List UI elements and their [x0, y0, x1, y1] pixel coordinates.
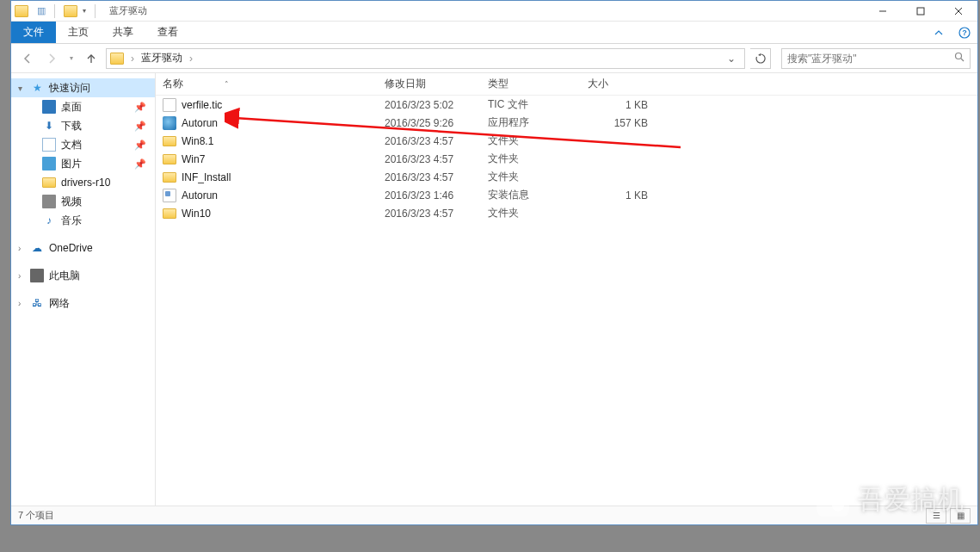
folder-icon	[110, 53, 124, 65]
help-button[interactable]: ?	[952, 22, 977, 43]
file-type: 文件夹	[488, 152, 588, 166]
sidebar-item-pictures[interactable]: 图片 📌	[11, 154, 155, 173]
breadcrumb-dropdown[interactable]: ⌄	[722, 53, 741, 65]
column-headers: 名称 ˄ 修改日期 类型 大小	[156, 73, 977, 96]
tab-home[interactable]: 主页	[56, 22, 101, 43]
sidebar-item-quick-access[interactable]: ▾ ★ 快速访问	[11, 78, 155, 97]
cloud-icon: ☁	[30, 241, 44, 255]
nav-back-button[interactable]	[18, 49, 37, 68]
sidebar-item-documents[interactable]: 文档 📌	[11, 135, 155, 154]
search-box[interactable]	[781, 48, 971, 69]
file-row[interactable]: Autorun2016/3/25 9:26应用程序157 KB	[156, 114, 977, 132]
sidebar-item-desktop[interactable]: 桌面 📌	[11, 97, 155, 116]
qat-properties-icon[interactable]: ▥	[37, 5, 46, 16]
column-date[interactable]: 修改日期	[385, 77, 488, 91]
sidebar-item-label: drivers-r10	[61, 177, 110, 189]
nav-forward-button[interactable]	[42, 49, 61, 68]
file-name: Autorun	[182, 189, 218, 202]
svg-line-8	[961, 59, 964, 61]
ribbon-tabs: 文件 主页 共享 查看 ?	[11, 22, 977, 44]
chevron-down-icon[interactable]: ▾	[18, 84, 22, 93]
pin-icon: 📌	[134, 121, 146, 132]
file-type: TIC 文件	[488, 97, 588, 112]
file-size: 1 KB	[588, 99, 656, 111]
sidebar-item-videos[interactable]: 视频	[11, 192, 155, 211]
search-input[interactable]	[787, 53, 954, 65]
pin-icon: 📌	[134, 102, 146, 113]
chevron-right-icon[interactable]: ›	[18, 299, 21, 308]
exe-icon	[163, 116, 176, 130]
sidebar-item-label: 快速访问	[49, 81, 90, 96]
file-row[interactable]: Win8.12016/3/23 4:57文件夹	[156, 132, 977, 150]
sidebar-item-music[interactable]: ♪ 音乐	[11, 211, 155, 230]
file-date: 2016/3/23 1:46	[385, 189, 488, 202]
sidebar-item-network[interactable]: › 🖧 网络	[11, 294, 155, 313]
file-row[interactable]: INF_Install2016/3/23 4:57文件夹	[156, 168, 977, 186]
breadcrumb-item[interactable]: 蓝牙驱动	[139, 51, 184, 65]
folder-icon	[42, 177, 56, 188]
chevron-right-icon[interactable]: ›	[18, 244, 21, 253]
file-size: 1 KB	[588, 189, 656, 202]
nav-up-button[interactable]	[82, 49, 101, 68]
pin-icon: 📌	[134, 158, 146, 170]
svg-rect-1	[917, 8, 924, 15]
sidebar-item-label: OneDrive	[49, 242, 93, 254]
navigation-pane: ▾ ★ 快速访问 桌面 📌 ⬇ 下载 📌 文档 📌 图片	[11, 73, 156, 505]
ribbon-collapse-button[interactable]	[926, 22, 952, 43]
tab-file[interactable]: 文件	[11, 22, 56, 43]
column-type[interactable]: 类型	[488, 77, 588, 91]
body: ▾ ★ 快速访问 桌面 📌 ⬇ 下载 📌 文档 📌 图片	[11, 73, 977, 505]
file-row[interactable]: Win102016/3/23 4:57文件夹	[156, 204, 977, 222]
download-icon: ⬇	[42, 119, 56, 133]
file-type: 文件夹	[488, 170, 588, 184]
file-row[interactable]: Autorun2016/3/23 1:46安装信息1 KB	[156, 186, 977, 204]
file-date: 2016/3/25 9:26	[385, 117, 488, 129]
sidebar-item-onedrive[interactable]: › ☁ OneDrive	[11, 239, 155, 257]
folder-icon[interactable]	[64, 5, 77, 17]
watermark-icon	[817, 484, 849, 517]
chevron-right-icon[interactable]: ›	[18, 271, 21, 281]
file-size: 157 KB	[588, 117, 656, 129]
file-name: INF_Install	[182, 171, 231, 183]
qat-dropdown-icon[interactable]: ▾	[83, 7, 86, 15]
sidebar-item-downloads[interactable]: ⬇ 下载 📌	[11, 116, 155, 135]
file-list[interactable]: verfile.tic2016/3/23 5:02TIC 文件1 KBAutor…	[156, 96, 977, 505]
star-icon: ★	[30, 81, 44, 95]
video-icon	[42, 195, 56, 208]
file-date: 2016/3/23 4:57	[385, 153, 488, 165]
watermark: 吾爱搞机	[817, 482, 965, 518]
minimize-button[interactable]	[864, 1, 902, 22]
file-type: 文件夹	[488, 206, 588, 220]
svg-text:?: ?	[962, 28, 967, 37]
breadcrumb[interactable]: › 蓝牙驱动 › ⌄	[106, 48, 745, 69]
column-name[interactable]: 名称 ˄	[163, 77, 385, 91]
column-size[interactable]: 大小	[588, 77, 656, 91]
document-icon	[42, 138, 56, 152]
refresh-button[interactable]	[750, 48, 771, 69]
close-button[interactable]	[940, 1, 977, 22]
chevron-right-icon[interactable]: ›	[186, 53, 196, 65]
music-icon: ♪	[42, 214, 56, 227]
window-title: 蓝牙驱动	[109, 4, 147, 17]
file-row[interactable]: Win72016/3/23 4:57文件夹	[156, 150, 977, 168]
file-row[interactable]: verfile.tic2016/3/23 5:02TIC 文件1 KB	[156, 96, 977, 114]
sidebar-item-drivers[interactable]: drivers-r10	[11, 173, 155, 192]
sidebar-item-label: 此电脑	[49, 269, 80, 283]
file-list-pane: 名称 ˄ 修改日期 类型 大小 verfile.tic2016/3/23 5:0…	[156, 73, 977, 505]
tab-share[interactable]: 共享	[101, 22, 145, 43]
folder-icon	[163, 172, 176, 183]
search-icon[interactable]	[954, 52, 965, 65]
file-name: verfile.tic	[182, 99, 222, 111]
picture-icon	[42, 157, 56, 171]
folder-icon	[163, 208, 176, 219]
sidebar-item-this-pc[interactable]: › 此电脑	[11, 266, 155, 285]
file-name: Win7	[182, 153, 205, 165]
nav-history-button[interactable]: ▾	[66, 49, 77, 68]
chevron-right-icon[interactable]: ›	[127, 53, 138, 65]
maximize-button[interactable]	[902, 1, 940, 22]
file-icon	[163, 98, 176, 112]
svg-point-7	[956, 53, 962, 59]
desktop-icon	[42, 100, 56, 114]
tab-view[interactable]: 查看	[145, 22, 190, 43]
pin-icon: 📌	[134, 140, 146, 151]
